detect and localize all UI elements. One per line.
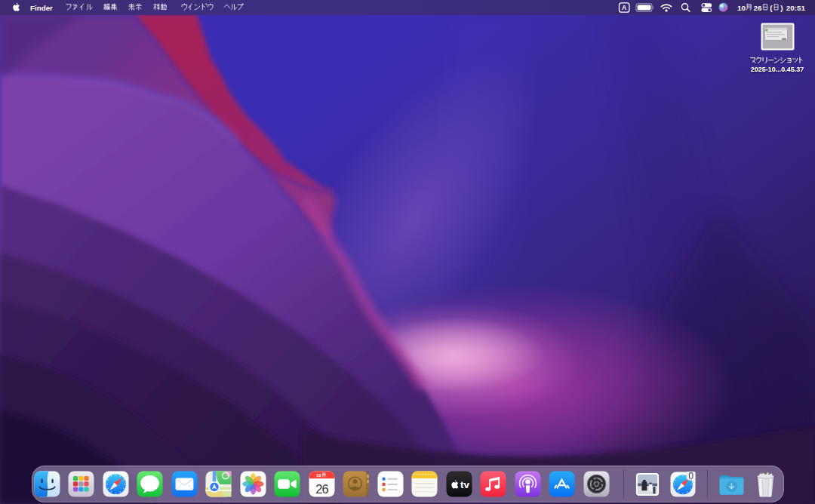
svg-text:10: 10 xyxy=(316,473,321,478)
svg-text:A: A xyxy=(622,4,626,11)
svg-text:20:51: 20:51 xyxy=(786,4,806,12)
svg-text:): ) xyxy=(780,4,783,12)
svg-text:26: 26 xyxy=(754,4,762,12)
svg-text:(: ( xyxy=(770,4,773,12)
svg-text:10: 10 xyxy=(737,4,746,12)
svg-text:tv: tv xyxy=(460,479,469,490)
svg-text:2025-10...0.45.37: 2025-10...0.45.37 xyxy=(751,66,804,73)
svg-text:Finder: Finder xyxy=(30,4,53,12)
svg-text:26: 26 xyxy=(315,482,328,496)
